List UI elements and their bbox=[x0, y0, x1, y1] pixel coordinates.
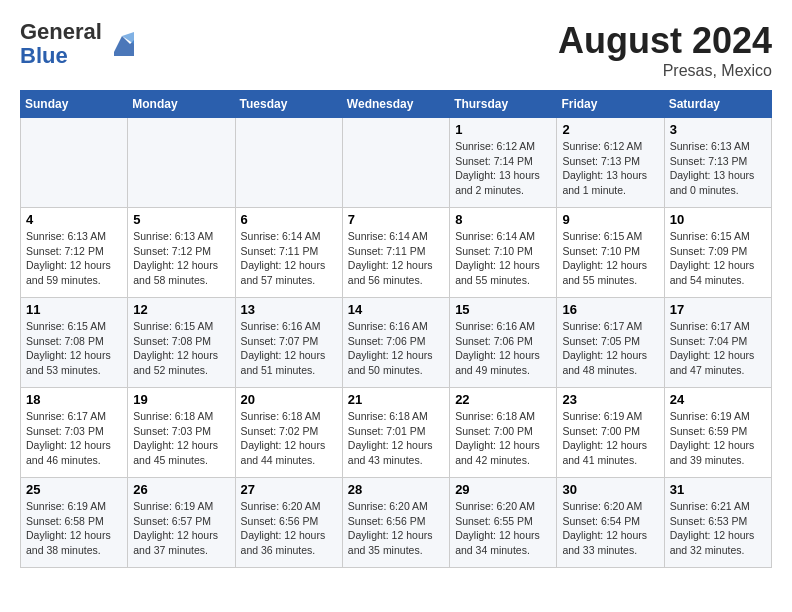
day-info: Sunrise: 6:18 AM Sunset: 7:00 PM Dayligh… bbox=[455, 409, 551, 468]
calendar-cell: 11Sunrise: 6:15 AM Sunset: 7:08 PM Dayli… bbox=[21, 298, 128, 388]
calendar-cell: 15Sunrise: 6:16 AM Sunset: 7:06 PM Dayli… bbox=[450, 298, 557, 388]
day-number: 1 bbox=[455, 122, 551, 137]
day-info: Sunrise: 6:18 AM Sunset: 7:02 PM Dayligh… bbox=[241, 409, 337, 468]
calendar-cell: 13Sunrise: 6:16 AM Sunset: 7:07 PM Dayli… bbox=[235, 298, 342, 388]
day-number: 9 bbox=[562, 212, 658, 227]
calendar-cell: 19Sunrise: 6:18 AM Sunset: 7:03 PM Dayli… bbox=[128, 388, 235, 478]
calendar-body: 1Sunrise: 6:12 AM Sunset: 7:14 PM Daylig… bbox=[21, 118, 772, 568]
calendar-table: SundayMondayTuesdayWednesdayThursdayFrid… bbox=[20, 90, 772, 568]
day-info: Sunrise: 6:13 AM Sunset: 7:13 PM Dayligh… bbox=[670, 139, 766, 198]
day-info: Sunrise: 6:19 AM Sunset: 6:58 PM Dayligh… bbox=[26, 499, 122, 558]
calendar-cell: 2Sunrise: 6:12 AM Sunset: 7:13 PM Daylig… bbox=[557, 118, 664, 208]
calendar-cell: 3Sunrise: 6:13 AM Sunset: 7:13 PM Daylig… bbox=[664, 118, 771, 208]
calendar-cell: 6Sunrise: 6:14 AM Sunset: 7:11 PM Daylig… bbox=[235, 208, 342, 298]
calendar-cell: 10Sunrise: 6:15 AM Sunset: 7:09 PM Dayli… bbox=[664, 208, 771, 298]
page-subtitle: Presas, Mexico bbox=[558, 62, 772, 80]
day-number: 27 bbox=[241, 482, 337, 497]
day-info: Sunrise: 6:14 AM Sunset: 7:10 PM Dayligh… bbox=[455, 229, 551, 288]
day-number: 22 bbox=[455, 392, 551, 407]
day-info: Sunrise: 6:17 AM Sunset: 7:03 PM Dayligh… bbox=[26, 409, 122, 468]
calendar-cell: 28Sunrise: 6:20 AM Sunset: 6:56 PM Dayli… bbox=[342, 478, 449, 568]
page-title: August 2024 bbox=[558, 20, 772, 62]
calendar-week-4: 18Sunrise: 6:17 AM Sunset: 7:03 PM Dayli… bbox=[21, 388, 772, 478]
calendar-cell: 8Sunrise: 6:14 AM Sunset: 7:10 PM Daylig… bbox=[450, 208, 557, 298]
day-info: Sunrise: 6:15 AM Sunset: 7:08 PM Dayligh… bbox=[26, 319, 122, 378]
logo: General Blue bbox=[20, 20, 138, 68]
day-info: Sunrise: 6:13 AM Sunset: 7:12 PM Dayligh… bbox=[133, 229, 229, 288]
calendar-cell: 1Sunrise: 6:12 AM Sunset: 7:14 PM Daylig… bbox=[450, 118, 557, 208]
calendar-cell: 4Sunrise: 6:13 AM Sunset: 7:12 PM Daylig… bbox=[21, 208, 128, 298]
day-number: 6 bbox=[241, 212, 337, 227]
calendar-cell: 16Sunrise: 6:17 AM Sunset: 7:05 PM Dayli… bbox=[557, 298, 664, 388]
calendar-cell: 9Sunrise: 6:15 AM Sunset: 7:10 PM Daylig… bbox=[557, 208, 664, 298]
day-info: Sunrise: 6:19 AM Sunset: 6:57 PM Dayligh… bbox=[133, 499, 229, 558]
day-number: 4 bbox=[26, 212, 122, 227]
logo-blue: Blue bbox=[20, 43, 68, 68]
calendar-week-3: 11Sunrise: 6:15 AM Sunset: 7:08 PM Dayli… bbox=[21, 298, 772, 388]
calendar-cell: 12Sunrise: 6:15 AM Sunset: 7:08 PM Dayli… bbox=[128, 298, 235, 388]
header-friday: Friday bbox=[557, 91, 664, 118]
day-number: 17 bbox=[670, 302, 766, 317]
day-info: Sunrise: 6:15 AM Sunset: 7:09 PM Dayligh… bbox=[670, 229, 766, 288]
day-info: Sunrise: 6:16 AM Sunset: 7:06 PM Dayligh… bbox=[348, 319, 444, 378]
day-number: 3 bbox=[670, 122, 766, 137]
calendar-cell: 17Sunrise: 6:17 AM Sunset: 7:04 PM Dayli… bbox=[664, 298, 771, 388]
day-info: Sunrise: 6:17 AM Sunset: 7:05 PM Dayligh… bbox=[562, 319, 658, 378]
day-number: 13 bbox=[241, 302, 337, 317]
day-number: 12 bbox=[133, 302, 229, 317]
day-info: Sunrise: 6:13 AM Sunset: 7:12 PM Dayligh… bbox=[26, 229, 122, 288]
day-number: 18 bbox=[26, 392, 122, 407]
day-info: Sunrise: 6:19 AM Sunset: 6:59 PM Dayligh… bbox=[670, 409, 766, 468]
calendar-cell bbox=[342, 118, 449, 208]
day-info: Sunrise: 6:12 AM Sunset: 7:14 PM Dayligh… bbox=[455, 139, 551, 198]
day-number: 25 bbox=[26, 482, 122, 497]
header-wednesday: Wednesday bbox=[342, 91, 449, 118]
day-number: 14 bbox=[348, 302, 444, 317]
day-number: 15 bbox=[455, 302, 551, 317]
day-number: 2 bbox=[562, 122, 658, 137]
calendar-cell: 21Sunrise: 6:18 AM Sunset: 7:01 PM Dayli… bbox=[342, 388, 449, 478]
calendar-week-1: 1Sunrise: 6:12 AM Sunset: 7:14 PM Daylig… bbox=[21, 118, 772, 208]
day-info: Sunrise: 6:16 AM Sunset: 7:06 PM Dayligh… bbox=[455, 319, 551, 378]
day-info: Sunrise: 6:17 AM Sunset: 7:04 PM Dayligh… bbox=[670, 319, 766, 378]
day-number: 8 bbox=[455, 212, 551, 227]
day-number: 31 bbox=[670, 482, 766, 497]
day-number: 24 bbox=[670, 392, 766, 407]
day-info: Sunrise: 6:14 AM Sunset: 7:11 PM Dayligh… bbox=[241, 229, 337, 288]
day-number: 16 bbox=[562, 302, 658, 317]
day-number: 5 bbox=[133, 212, 229, 227]
calendar-cell: 26Sunrise: 6:19 AM Sunset: 6:57 PM Dayli… bbox=[128, 478, 235, 568]
day-number: 7 bbox=[348, 212, 444, 227]
day-info: Sunrise: 6:16 AM Sunset: 7:07 PM Dayligh… bbox=[241, 319, 337, 378]
calendar-header: SundayMondayTuesdayWednesdayThursdayFrid… bbox=[21, 91, 772, 118]
logo-general: General bbox=[20, 19, 102, 44]
day-number: 10 bbox=[670, 212, 766, 227]
day-number: 30 bbox=[562, 482, 658, 497]
header-saturday: Saturday bbox=[664, 91, 771, 118]
day-info: Sunrise: 6:15 AM Sunset: 7:08 PM Dayligh… bbox=[133, 319, 229, 378]
calendar-cell: 5Sunrise: 6:13 AM Sunset: 7:12 PM Daylig… bbox=[128, 208, 235, 298]
calendar-cell: 22Sunrise: 6:18 AM Sunset: 7:00 PM Dayli… bbox=[450, 388, 557, 478]
day-info: Sunrise: 6:18 AM Sunset: 7:03 PM Dayligh… bbox=[133, 409, 229, 468]
day-number: 20 bbox=[241, 392, 337, 407]
calendar-cell: 23Sunrise: 6:19 AM Sunset: 7:00 PM Dayli… bbox=[557, 388, 664, 478]
calendar-cell: 31Sunrise: 6:21 AM Sunset: 6:53 PM Dayli… bbox=[664, 478, 771, 568]
day-info: Sunrise: 6:14 AM Sunset: 7:11 PM Dayligh… bbox=[348, 229, 444, 288]
calendar-cell: 30Sunrise: 6:20 AM Sunset: 6:54 PM Dayli… bbox=[557, 478, 664, 568]
calendar-cell: 20Sunrise: 6:18 AM Sunset: 7:02 PM Dayli… bbox=[235, 388, 342, 478]
day-info: Sunrise: 6:15 AM Sunset: 7:10 PM Dayligh… bbox=[562, 229, 658, 288]
day-number: 23 bbox=[562, 392, 658, 407]
calendar-cell bbox=[21, 118, 128, 208]
header-sunday: Sunday bbox=[21, 91, 128, 118]
header-tuesday: Tuesday bbox=[235, 91, 342, 118]
day-info: Sunrise: 6:18 AM Sunset: 7:01 PM Dayligh… bbox=[348, 409, 444, 468]
calendar-cell: 7Sunrise: 6:14 AM Sunset: 7:11 PM Daylig… bbox=[342, 208, 449, 298]
day-info: Sunrise: 6:20 AM Sunset: 6:55 PM Dayligh… bbox=[455, 499, 551, 558]
day-number: 19 bbox=[133, 392, 229, 407]
day-number: 26 bbox=[133, 482, 229, 497]
calendar-cell: 18Sunrise: 6:17 AM Sunset: 7:03 PM Dayli… bbox=[21, 388, 128, 478]
day-number: 21 bbox=[348, 392, 444, 407]
calendar-cell bbox=[128, 118, 235, 208]
header-monday: Monday bbox=[128, 91, 235, 118]
title-block: August 2024 Presas, Mexico bbox=[558, 20, 772, 80]
